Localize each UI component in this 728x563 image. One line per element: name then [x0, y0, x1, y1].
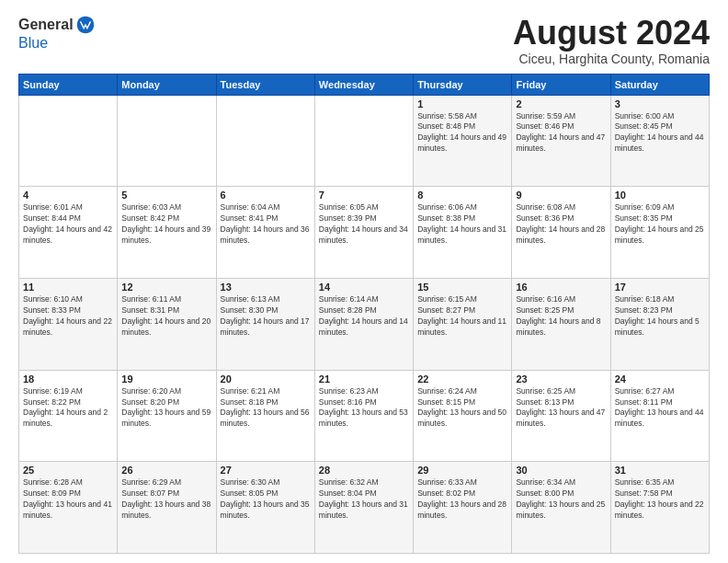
day-info: Sunrise: 6:18 AM Sunset: 8:23 PM Dayligh…	[615, 294, 705, 339]
day-info: Sunrise: 6:27 AM Sunset: 8:11 PM Dayligh…	[615, 386, 705, 431]
day-number: 19	[121, 373, 211, 385]
day-number: 22	[417, 373, 507, 385]
day-info: Sunrise: 6:33 AM Sunset: 8:02 PM Dayligh…	[417, 477, 507, 522]
day-cell: 13Sunrise: 6:13 AM Sunset: 8:30 PM Dayli…	[216, 278, 314, 370]
day-number: 31	[615, 465, 705, 476]
weekday-header-sunday: Sunday	[19, 74, 118, 95]
day-cell: 8Sunrise: 6:06 AM Sunset: 8:38 PM Daylig…	[414, 187, 512, 279]
day-info: Sunrise: 5:58 AM Sunset: 8:48 PM Dayligh…	[417, 111, 507, 155]
day-info: Sunrise: 6:06 AM Sunset: 8:38 PM Dayligh…	[417, 202, 507, 247]
day-number: 13	[221, 282, 311, 293]
day-number: 3	[615, 98, 705, 109]
day-number: 4	[23, 190, 113, 201]
page: General Blue August 2024 Ciceu, Harghita…	[0, 0, 728, 563]
day-info: Sunrise: 6:00 AM Sunset: 8:45 PM Dayligh…	[615, 111, 705, 155]
day-number: 5	[121, 190, 211, 201]
week-row-4: 25Sunrise: 6:28 AM Sunset: 8:09 PM Dayli…	[19, 462, 710, 554]
day-cell: 6Sunrise: 6:04 AM Sunset: 8:41 PM Daylig…	[216, 187, 314, 279]
day-number: 27	[221, 465, 311, 476]
day-cell: 20Sunrise: 6:21 AM Sunset: 8:18 PM Dayli…	[216, 370, 314, 462]
day-info: Sunrise: 6:09 AM Sunset: 8:35 PM Dayligh…	[615, 202, 705, 247]
day-cell: 1Sunrise: 5:58 AM Sunset: 8:48 PM Daylig…	[414, 95, 512, 187]
day-info: Sunrise: 6:23 AM Sunset: 8:16 PM Dayligh…	[319, 386, 409, 431]
logo-blue: Blue	[18, 35, 48, 52]
weekday-header-saturday: Saturday	[610, 74, 709, 95]
day-info: Sunrise: 6:35 AM Sunset: 7:58 PM Dayligh…	[615, 477, 705, 522]
day-info: Sunrise: 6:11 AM Sunset: 8:31 PM Dayligh…	[121, 294, 211, 339]
day-info: Sunrise: 6:21 AM Sunset: 8:18 PM Dayligh…	[221, 386, 311, 431]
day-number: 30	[516, 465, 606, 476]
day-number: 20	[221, 373, 311, 385]
week-row-1: 4Sunrise: 6:01 AM Sunset: 8:44 PM Daylig…	[19, 187, 710, 279]
day-info: Sunrise: 6:20 AM Sunset: 8:20 PM Dayligh…	[121, 386, 211, 431]
weekday-header-thursday: Thursday	[414, 74, 512, 95]
day-info: Sunrise: 6:28 AM Sunset: 8:09 PM Dayligh…	[23, 477, 113, 522]
week-row-3: 18Sunrise: 6:19 AM Sunset: 8:22 PM Dayli…	[19, 370, 710, 462]
day-number: 23	[516, 373, 606, 385]
day-info: Sunrise: 6:24 AM Sunset: 8:15 PM Dayligh…	[417, 386, 507, 431]
day-number: 28	[319, 465, 409, 476]
day-cell	[118, 95, 216, 187]
day-info: Sunrise: 6:30 AM Sunset: 8:05 PM Dayligh…	[221, 477, 311, 522]
day-cell: 27Sunrise: 6:30 AM Sunset: 8:05 PM Dayli…	[216, 462, 314, 554]
day-info: Sunrise: 6:05 AM Sunset: 8:39 PM Dayligh…	[319, 202, 409, 247]
weekday-header-row: SundayMondayTuesdayWednesdayThursdayFrid…	[19, 74, 710, 95]
day-cell	[19, 95, 118, 187]
logo: General Blue	[18, 15, 96, 52]
day-cell: 25Sunrise: 6:28 AM Sunset: 8:09 PM Dayli…	[19, 462, 118, 554]
day-info: Sunrise: 6:16 AM Sunset: 8:25 PM Dayligh…	[516, 294, 606, 339]
day-number: 12	[121, 282, 211, 293]
weekday-header-friday: Friday	[512, 74, 610, 95]
day-cell: 23Sunrise: 6:25 AM Sunset: 8:13 PM Dayli…	[512, 370, 610, 462]
week-row-2: 11Sunrise: 6:10 AM Sunset: 8:33 PM Dayli…	[19, 278, 710, 370]
day-cell: 31Sunrise: 6:35 AM Sunset: 7:58 PM Dayli…	[610, 462, 709, 554]
weekday-header-wednesday: Wednesday	[314, 74, 413, 95]
day-number: 6	[221, 190, 311, 201]
logo-icon	[75, 15, 96, 35]
day-cell: 9Sunrise: 6:08 AM Sunset: 8:36 PM Daylig…	[512, 187, 610, 279]
location: Ciceu, Harghita County, Romania	[513, 52, 710, 66]
day-info: Sunrise: 6:13 AM Sunset: 8:30 PM Dayligh…	[221, 294, 311, 339]
day-number: 17	[615, 282, 705, 293]
day-number: 29	[417, 465, 507, 476]
day-cell: 29Sunrise: 6:33 AM Sunset: 8:02 PM Dayli…	[414, 462, 512, 554]
day-cell: 3Sunrise: 6:00 AM Sunset: 8:45 PM Daylig…	[610, 95, 709, 187]
day-number: 24	[615, 373, 705, 385]
day-info: Sunrise: 6:04 AM Sunset: 8:41 PM Dayligh…	[221, 202, 311, 247]
day-info: Sunrise: 6:08 AM Sunset: 8:36 PM Dayligh…	[516, 202, 606, 247]
title-block: August 2024 Ciceu, Harghita County, Roma…	[513, 15, 710, 66]
day-cell: 4Sunrise: 6:01 AM Sunset: 8:44 PM Daylig…	[19, 187, 118, 279]
day-number: 15	[417, 282, 507, 293]
day-cell: 12Sunrise: 6:11 AM Sunset: 8:31 PM Dayli…	[118, 278, 216, 370]
day-cell: 5Sunrise: 6:03 AM Sunset: 8:42 PM Daylig…	[118, 187, 216, 279]
day-info: Sunrise: 6:01 AM Sunset: 8:44 PM Dayligh…	[23, 202, 113, 247]
day-number: 21	[319, 373, 409, 385]
day-info: Sunrise: 6:14 AM Sunset: 8:28 PM Dayligh…	[319, 294, 409, 339]
day-info: Sunrise: 6:03 AM Sunset: 8:42 PM Dayligh…	[121, 202, 211, 247]
weekday-header-monday: Monday	[118, 74, 216, 95]
day-cell: 21Sunrise: 6:23 AM Sunset: 8:16 PM Dayli…	[314, 370, 413, 462]
calendar: SundayMondayTuesdayWednesdayThursdayFrid…	[18, 74, 710, 554]
day-cell: 18Sunrise: 6:19 AM Sunset: 8:22 PM Dayli…	[19, 370, 118, 462]
day-number: 1	[417, 98, 507, 109]
day-info: Sunrise: 6:29 AM Sunset: 8:07 PM Dayligh…	[121, 477, 211, 522]
day-number: 7	[319, 190, 409, 201]
weekday-header-tuesday: Tuesday	[216, 74, 314, 95]
day-info: Sunrise: 6:19 AM Sunset: 8:22 PM Dayligh…	[23, 386, 113, 431]
day-cell: 10Sunrise: 6:09 AM Sunset: 8:35 PM Dayli…	[610, 187, 709, 279]
day-cell: 30Sunrise: 6:34 AM Sunset: 8:00 PM Dayli…	[512, 462, 610, 554]
day-cell	[314, 95, 413, 187]
header: General Blue August 2024 Ciceu, Harghita…	[18, 15, 710, 66]
day-cell	[216, 95, 314, 187]
month-year: August 2024	[513, 15, 710, 52]
day-info: Sunrise: 6:25 AM Sunset: 8:13 PM Dayligh…	[516, 386, 606, 431]
day-info: Sunrise: 5:59 AM Sunset: 8:46 PM Dayligh…	[516, 111, 606, 155]
day-cell: 2Sunrise: 5:59 AM Sunset: 8:46 PM Daylig…	[512, 95, 610, 187]
day-cell: 16Sunrise: 6:16 AM Sunset: 8:25 PM Dayli…	[512, 278, 610, 370]
day-cell: 15Sunrise: 6:15 AM Sunset: 8:27 PM Dayli…	[414, 278, 512, 370]
day-number: 26	[121, 465, 211, 476]
day-cell: 22Sunrise: 6:24 AM Sunset: 8:15 PM Dayli…	[414, 370, 512, 462]
day-number: 18	[23, 373, 113, 385]
day-cell: 14Sunrise: 6:14 AM Sunset: 8:28 PM Dayli…	[314, 278, 413, 370]
day-number: 16	[516, 282, 606, 293]
